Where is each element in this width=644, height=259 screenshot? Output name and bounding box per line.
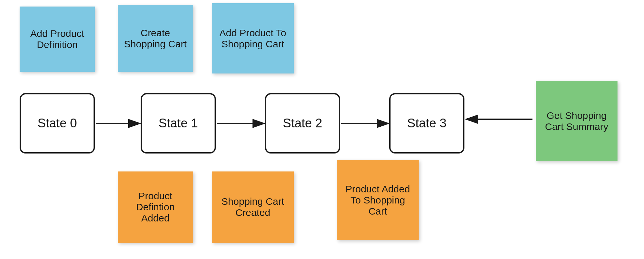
- note-create-shopping-cart-label: Create Shopping Cart: [123, 27, 188, 50]
- note-add-product-definition: Add Product Definition: [20, 7, 95, 72]
- state-0-label: State 0: [38, 116, 77, 130]
- state-3: State 3: [389, 93, 464, 154]
- note-product-definition-added-label: Product Defintion Added: [123, 190, 188, 224]
- note-add-product-to-cart-label: Add Product To Shopping Cart: [217, 27, 289, 50]
- note-create-shopping-cart: Create Shopping Cart: [118, 5, 193, 72]
- note-shopping-cart-created: Shopping Cart Created: [212, 171, 294, 243]
- note-get-shopping-cart-summary: Get Shopping Cart Summary: [536, 81, 618, 161]
- state-1: State 1: [141, 93, 216, 154]
- note-add-product-definition-label: Add Product Definition: [25, 28, 90, 50]
- state-0: State 0: [20, 93, 95, 154]
- note-add-product-to-cart: Add Product To Shopping Cart: [212, 3, 294, 73]
- note-get-shopping-cart-summary-label: Get Shopping Cart Summary: [541, 110, 613, 132]
- state-1-label: State 1: [159, 116, 198, 130]
- state-2: State 2: [265, 93, 340, 154]
- note-product-definition-added: Product Defintion Added: [118, 171, 193, 243]
- note-shopping-cart-created-label: Shopping Cart Created: [217, 196, 289, 218]
- diagram-container: State 0 State 1 State 2 State 3 Add Prod…: [0, 0, 644, 259]
- state-3-label: State 3: [407, 116, 446, 130]
- note-product-added-to-shopping-cart: Product Added To Shopping Cart: [337, 160, 419, 240]
- state-2-label: State 2: [283, 116, 322, 130]
- note-product-added-to-shopping-cart-label: Product Added To Shopping Cart: [342, 184, 414, 217]
